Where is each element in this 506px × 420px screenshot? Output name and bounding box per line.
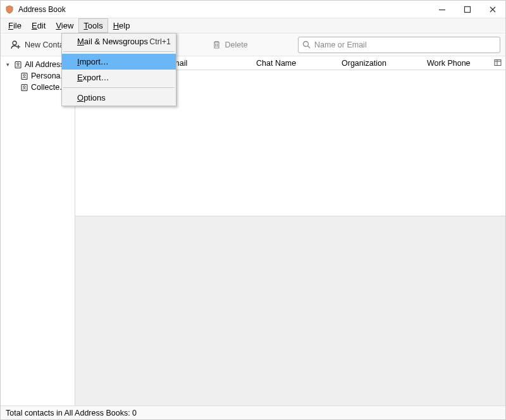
tree-item-label: All Address [25,60,65,69]
status-bar: Total contacts in All Address Books: 0 [1,405,505,419]
column-header-organization[interactable]: Organization [338,59,423,68]
tools-menu-dropdown: Mail & Newsgroups Ctrl+1 Import… Export…… [61,33,176,106]
app-icon [4,4,15,15]
svg-rect-1 [465,7,471,13]
menu-edit[interactable]: Edit [27,18,51,33]
delete-button[interactable]: Delete [207,38,253,51]
window-title: Address Book [18,5,66,14]
tree-item-label: Persona. [31,71,63,80]
search-input[interactable] [314,40,496,49]
column-header-email[interactable]: Email [164,59,252,68]
minimize-button[interactable] [429,1,455,18]
menu-view[interactable]: View [51,18,78,33]
svg-rect-15 [495,60,501,66]
svg-line-8 [308,46,311,49]
menu-file[interactable]: File [3,18,27,33]
menu-bar: File Edit View Tools Help [1,18,505,34]
title-bar: Address Book [1,1,505,18]
shortcut-label: Ctrl+1 [149,37,171,46]
address-book-tree: ▾ All Address Persona. Collecte. [1,56,75,405]
svg-rect-0 [439,9,445,10]
column-header-chat-name[interactable]: Chat Name [252,59,338,68]
menu-separator [63,51,175,52]
contact-detail-pane [75,216,505,405]
address-book-icon [20,71,28,80]
trash-icon [212,40,221,49]
address-book-icon [20,83,28,92]
menu-item-import[interactable]: Import… [62,54,176,70]
column-picker-button[interactable] [493,58,503,68]
chevron-down-icon: ▾ [4,61,11,68]
status-text: Total contacts in All Address Books: 0 [6,409,137,417]
menu-separator [63,87,175,88]
menu-help[interactable]: Help [108,18,135,33]
search-icon [302,40,311,49]
address-book-icon [13,60,22,69]
svg-point-14 [23,85,25,87]
delete-label: Delete [225,40,248,49]
menu-item-mail-newsgroups[interactable]: Mail & Newsgroups Ctrl+1 [62,34,176,49]
menu-item-export[interactable]: Export… [62,70,176,85]
search-box[interactable] [298,37,500,53]
maximize-button[interactable] [455,1,480,18]
svg-point-10 [16,63,18,65]
svg-point-12 [23,74,25,76]
svg-point-4 [13,41,16,45]
svg-point-7 [304,42,309,47]
tree-item-label: Collecte. [31,83,62,92]
menu-item-options[interactable]: Options [62,90,176,106]
new-contact-icon [11,40,21,50]
close-button[interactable] [480,1,505,18]
menu-tools[interactable]: Tools [78,18,108,33]
